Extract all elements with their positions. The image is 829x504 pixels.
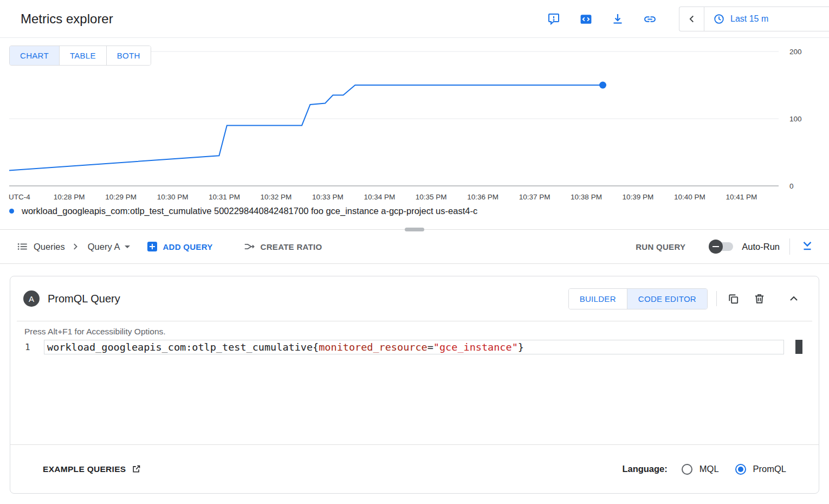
svg-text:10:29 PM: 10:29 PM [105, 193, 137, 201]
time-range-button[interactable]: Last 15 m [704, 7, 829, 31]
collapse-panel-button[interactable] [679, 7, 704, 31]
queries-toolbar: Queries Query A ADD QUERY CREATE RATIO R… [0, 230, 829, 264]
svg-text:200: 200 [789, 48, 802, 56]
editor-scrollbar-thumb[interactable] [795, 340, 802, 354]
radio-unchecked-icon [682, 464, 692, 475]
external-link-icon [132, 464, 141, 474]
svg-text:10:28 PM: 10:28 PM [54, 193, 85, 201]
code-sample-icon [579, 12, 593, 26]
svg-text:0: 0 [789, 182, 794, 190]
radio-checked-icon [735, 464, 746, 475]
legend-series-label: workload_googleapis_com:otlp_test_cumula… [22, 206, 477, 216]
promql-editor: Press Alt+F1 for Accessibility Options. … [10, 321, 819, 444]
code-close-brace: } [518, 341, 524, 353]
editor-scrollbar [795, 340, 802, 441]
promql-code-input[interactable]: workload_googleapis_com:otlp_test_cumula… [44, 340, 784, 354]
svg-text:10:33 PM: 10:33 PM [312, 193, 344, 201]
svg-text:10:40 PM: 10:40 PM [674, 193, 705, 201]
code-label-token: monitored_resource [319, 341, 427, 353]
duplicate-query-button[interactable] [726, 291, 741, 306]
download-icon [611, 12, 624, 25]
svg-text:10:41 PM: 10:41 PM [726, 193, 757, 201]
toggle-knob-minus-icon [709, 240, 723, 254]
svg-text:100: 100 [789, 115, 802, 123]
create-ratio-button[interactable]: CREATE RATIO [243, 241, 322, 253]
card-header-divider [716, 291, 717, 306]
svg-text:10:30 PM: 10:30 PM [157, 193, 189, 201]
query-avatar: A [23, 290, 40, 307]
code-open-brace: { [313, 341, 319, 353]
tab-table[interactable]: TABLE [59, 46, 106, 65]
query-card-header: A PromQL Query BUILDER CODE EDITOR [10, 276, 819, 321]
svg-text:UTC-4: UTC-4 [9, 193, 30, 201]
legend-item[interactable]: workload_googleapis_com:otlp_test_cumula… [9, 206, 477, 216]
language-option-mql[interactable]: MQL [682, 464, 719, 475]
code-editor-tab[interactable]: CODE EDITOR [627, 289, 707, 309]
time-range-group: Last 15 m [679, 7, 829, 31]
toolbar-divider [789, 238, 790, 255]
tab-both[interactable]: BOTH [106, 46, 151, 65]
add-query-label: ADD QUERY [163, 242, 212, 251]
time-range-label: Last 15 m [730, 14, 768, 24]
delete-query-button[interactable] [752, 291, 767, 306]
trash-icon [753, 293, 766, 305]
example-queries-button[interactable]: EXAMPLE QUERIES [43, 464, 141, 474]
download-button[interactable] [611, 12, 625, 26]
create-ratio-icon [243, 241, 255, 253]
line-number: 1 [10, 340, 44, 354]
promql-label: PromQL [753, 464, 786, 474]
collapse-queries-button[interactable] [800, 239, 815, 254]
svg-text:10:32 PM: 10:32 PM [261, 193, 292, 201]
chevron-up-icon [787, 292, 800, 305]
add-query-button[interactable]: ADD QUERY [147, 242, 212, 251]
view-mode-tabs: CHART TABLE BOTH [9, 46, 151, 66]
header: Metrics explorer [0, 0, 829, 38]
queries-label: Queries [34, 242, 65, 252]
svg-text:10:34 PM: 10:34 PM [364, 193, 395, 201]
svg-text:10:37 PM: 10:37 PM [519, 193, 550, 201]
language-option-promql[interactable]: PromQL [735, 464, 786, 475]
svg-text:10:31 PM: 10:31 PM [209, 193, 240, 201]
tab-chart[interactable]: CHART [10, 46, 59, 65]
page-title: Metrics explorer [21, 11, 113, 27]
language-label: Language: [622, 464, 667, 474]
code-sample-button[interactable] [579, 12, 593, 26]
collapse-down-icon [800, 239, 814, 253]
mql-label: MQL [700, 464, 719, 474]
add-box-icon [147, 242, 157, 251]
svg-text:10:39 PM: 10:39 PM [623, 193, 654, 201]
code-operator-token: = [428, 341, 433, 353]
builder-tab[interactable]: BUILDER [569, 289, 627, 309]
resize-drag-handle[interactable] [405, 228, 424, 231]
svg-text:10:36 PM: 10:36 PM [467, 193, 498, 201]
auto-run-toggle[interactable] [710, 242, 733, 251]
editor-line-row: 1 workload_googleapis_com:otlp_test_cumu… [10, 340, 819, 354]
svg-text:10:38 PM: 10:38 PM [571, 193, 602, 201]
copy-link-button[interactable] [643, 12, 657, 26]
chevron-right-icon [70, 242, 80, 251]
collapse-card-button[interactable] [786, 291, 801, 306]
metrics-line-chart[interactable]: 0100200UTC-410:28 PM10:29 PM10:30 PM10:3… [0, 38, 829, 230]
example-queries-label: EXAMPLE QUERIES [43, 464, 126, 474]
caret-down-icon [125, 245, 130, 251]
auto-run-label: Auto-Run [742, 242, 780, 252]
copy-icon [727, 293, 740, 305]
language-selector: Language: MQL PromQL [622, 464, 786, 475]
run-query-button[interactable]: RUN QUERY [636, 242, 685, 251]
query-selector-label: Query A [88, 242, 120, 252]
accessibility-hint: Press Alt+F1 for Accessibility Options. [10, 321, 819, 337]
query-card-actions: BUILDER CODE EDITOR [568, 288, 806, 309]
query-card-title: PromQL Query [48, 293, 120, 305]
svg-text:10:35 PM: 10:35 PM [416, 193, 447, 201]
query-card-footer: EXAMPLE QUERIES Language: MQL PromQL [10, 444, 819, 493]
feedback-icon [547, 12, 560, 25]
feedback-button[interactable] [547, 12, 561, 26]
queries-list-icon [16, 241, 28, 253]
query-selector[interactable]: Query A [88, 242, 131, 252]
code-string-token: "gce_instance" [433, 341, 518, 353]
clock-icon [713, 13, 725, 25]
header-actions: Last 15 m [547, 0, 829, 38]
copy-link-icon [643, 12, 657, 26]
legend-series-dot [9, 209, 14, 214]
code-metric-token: workload_googleapis_com:otlp_test_cumula… [47, 341, 313, 353]
